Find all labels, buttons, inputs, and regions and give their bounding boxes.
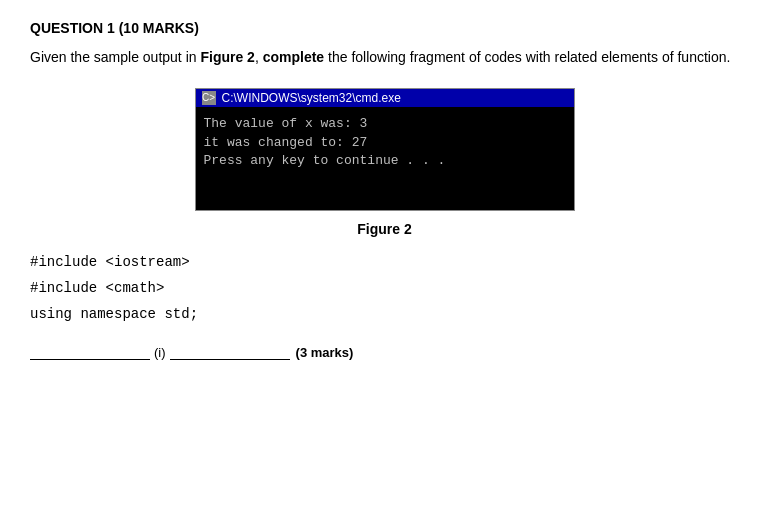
blank-part-right[interactable] [170,342,290,360]
question-header: QUESTION 1 (10 MARKS) [30,20,739,36]
code-section: #include <iostream> #include <cmath> usi… [30,252,739,324]
cmd-line-1: The value of x was: 3 [204,115,566,133]
blank-line-container: (i) (3 marks) [30,342,739,360]
code-line-1: #include <iostream> [30,252,739,272]
marks-label: (3 marks) [296,345,354,360]
blank-label: (i) [150,345,170,360]
blank-part-left[interactable] [30,342,150,360]
cmd-window: C> C:\WINDOWS\system32\cmd.exe The value… [195,88,575,211]
code-line-2: #include <cmath> [30,278,739,298]
cmd-line-2: it was changed to: 27 [204,134,566,152]
code-line-3: using namespace std; [30,304,739,324]
cmd-titlebar: C> C:\WINDOWS\system32\cmd.exe [196,89,574,107]
question-text: Given the sample output in Figure 2, com… [30,46,739,68]
cmd-title: C:\WINDOWS\system32\cmd.exe [222,91,401,105]
figure-container: C> C:\WINDOWS\system32\cmd.exe The value… [30,88,739,237]
cmd-icon: C> [202,91,216,105]
cmd-line-3: Press any key to continue . . . [204,152,566,170]
cmd-body: The value of x was: 3 it was changed to:… [196,107,574,210]
figure-caption: Figure 2 [357,221,411,237]
